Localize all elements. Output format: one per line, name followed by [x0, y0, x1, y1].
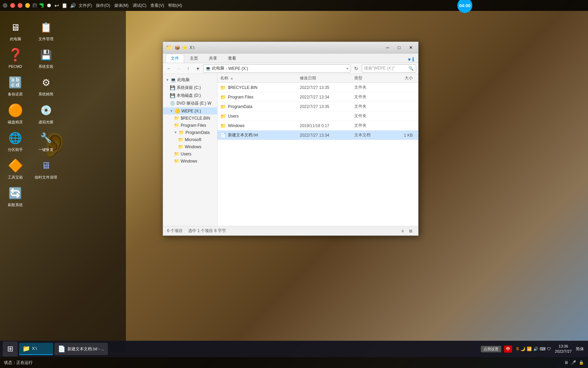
- top-menu-bar: 文件(F) 操作(O) 媒体(M) 调试(C) 查看(V) 帮助(H): [79, 3, 182, 9]
- icon-row-3: 🔡 备份还原 ⚙ 系统精简: [0, 72, 126, 99]
- close-button[interactable]: ✕: [406, 44, 415, 51]
- tab-file[interactable]: 文件: [166, 54, 184, 63]
- control-btn-red2[interactable]: [18, 3, 22, 8]
- icon-one-key[interactable]: 🔧 一键恢复: [31, 127, 61, 155]
- tray-lang[interactable]: 简体: [574, 346, 585, 353]
- status-icon-monitor[interactable]: 🖥: [564, 360, 568, 365]
- icon-temp-cleaner[interactable]: 🖥 临时文件清理: [31, 155, 61, 182]
- minimize-button[interactable]: ─: [383, 44, 392, 51]
- tree-windows-pd[interactable]: 📁 Windows: [163, 143, 217, 150]
- file-row-programdata[interactable]: 📁 ProgramData 2022/7/27 13:35 文件夹: [217, 102, 418, 111]
- start-button[interactable]: ⊞: [3, 341, 18, 356]
- control-btn-pause[interactable]: ⏸: [33, 3, 37, 7]
- taskbar-item-txt[interactable]: 📄 新建文本文档.txt - ...: [54, 343, 108, 355]
- tab-home[interactable]: 主页: [185, 54, 203, 63]
- tree-this-pc[interactable]: ▼ 💻 此电脑: [163, 76, 217, 84]
- ribbon-info-icon[interactable]: ℹ: [412, 56, 414, 63]
- refresh-button[interactable]: ↻: [352, 64, 360, 73]
- icon-virtual-drive[interactable]: 💿 虚拟光驱: [31, 99, 61, 127]
- file-row-users[interactable]: 📁 Users 文件夹: [217, 111, 418, 121]
- maximize-button[interactable]: □: [394, 44, 404, 51]
- icon-sys-install[interactable]: 💾 系统安装: [31, 44, 61, 72]
- tree-microsoft[interactable]: 📁 Microsoft: [163, 136, 217, 143]
- tree-sys-c[interactable]: 💾 系统保留 (C:): [163, 84, 217, 92]
- tree-icon-e: 💿: [170, 101, 175, 106]
- tray-icon-keyboard[interactable]: ⌨: [540, 347, 545, 351]
- file-row-program-files[interactable]: 📁 Program Files 2022/7/27 13:34 文件夹: [217, 92, 418, 102]
- tree-dvd-e[interactable]: 💿 DVD 驱动器 (E:) W: [163, 99, 217, 107]
- control-btn-play[interactable]: ▶: [39, 3, 44, 7]
- col-header-size[interactable]: 大小: [388, 75, 415, 81]
- tray-clock[interactable]: 13:36 2022/7/27: [555, 344, 572, 354]
- control-btn-red[interactable]: [10, 3, 15, 8]
- tray-icon-s[interactable]: S: [516, 347, 519, 351]
- status-icon-lock[interactable]: 🔒: [579, 360, 584, 365]
- menu-debug[interactable]: 调试(C): [133, 3, 147, 9]
- tree-windows[interactable]: 📁 Windows: [163, 157, 217, 165]
- file-date-txt: 2022/7/27 13:34: [300, 133, 354, 138]
- forward-button[interactable]: →: [175, 64, 183, 73]
- control-btn-yellow[interactable]: [25, 3, 30, 8]
- control-btn-extra2[interactable]: ↩: [54, 2, 59, 9]
- file-row-txt[interactable]: 📄 新建文本文档.txt 2022/7/27 13:34 文本文档 1 KB: [217, 131, 418, 140]
- icon-file-manager[interactable]: 📋 文件管理: [31, 16, 61, 44]
- taskbar-item-explorer[interactable]: 📁 X:\: [19, 343, 53, 355]
- tree-wepe-x[interactable]: ▼ 🟡 WEPE (X:): [163, 107, 217, 114]
- menu-action[interactable]: 操作(O): [96, 3, 110, 9]
- icon-this-pc[interactable]: 🖥 此电脑: [0, 16, 31, 44]
- tree-icon-pf: 📁: [174, 123, 179, 128]
- sys-tray: 点我设置 中 S 🌙 📶 🔊 ⌨ 🛡 13:36 2022/7/27 简体: [481, 344, 585, 354]
- tray-icon-speaker[interactable]: 🔊: [533, 347, 538, 351]
- icon-toolbox[interactable]: 🔶 工具宝箱: [0, 155, 31, 182]
- icon-disk[interactable]: 🟠 磁盘精灵: [0, 99, 31, 127]
- tray-icon-network[interactable]: 📶: [527, 347, 532, 351]
- menu-media[interactable]: 媒体(M): [114, 3, 129, 9]
- this-pc-icon: 🖥: [7, 19, 23, 35]
- col-header-type[interactable]: 类型: [354, 75, 388, 81]
- taskbar-txt-icon: 📄: [58, 345, 65, 353]
- icon-backup[interactable]: 🔡 备份还原: [0, 72, 31, 99]
- tab-share[interactable]: 共享: [204, 54, 222, 63]
- search-box[interactable]: 搜索"WEPE (X:)" 🔍: [362, 64, 416, 73]
- file-date-recycle: 2022/7/27 13:35: [300, 85, 354, 90]
- dropdown-btn[interactable]: ▾: [194, 64, 202, 73]
- search-icon[interactable]: 🔍: [409, 66, 414, 71]
- control-btn-1[interactable]: [3, 3, 7, 8]
- tree-users[interactable]: 📁 Users: [163, 150, 217, 157]
- file-name-pd: ProgramData: [228, 104, 300, 109]
- menu-file[interactable]: 文件(F): [79, 3, 92, 9]
- tray-icon-moon[interactable]: 🌙: [520, 347, 525, 351]
- control-btn-extra1[interactable]: ⏺: [46, 2, 52, 9]
- status-icon-mic[interactable]: 🎤: [571, 360, 576, 365]
- tray-ime[interactable]: 中: [504, 346, 512, 353]
- tree-local-d[interactable]: 💾 本地磁盘 (D:): [163, 92, 217, 99]
- file-row-recycle[interactable]: 📁 $RECYCLE.BIN 2022/7/27 13:35 文件夹: [217, 83, 418, 92]
- icon-refresh-sys[interactable]: 🔄 刷新系统: [0, 182, 31, 210]
- tree-programdata[interactable]: ▼ 📁 ProgramData: [163, 129, 217, 136]
- breadcrumb-wepe[interactable]: WEPE (X:): [228, 66, 248, 71]
- control-btn-extra4[interactable]: 🔊: [70, 3, 76, 8]
- ribbon-dropdown-icon[interactable]: ▾: [408, 56, 411, 63]
- menu-view[interactable]: 查看(V): [150, 3, 164, 9]
- icon-pecmd[interactable]: ❓ PECMD: [0, 44, 31, 72]
- tree-recycle[interactable]: 📁 $RECYCLE.BIN: [163, 114, 217, 122]
- breadcrumb-this-pc[interactable]: 此电脑: [212, 65, 224, 71]
- view-grid-btn[interactable]: ⊞: [407, 228, 414, 234]
- view-list-btn[interactable]: ≡: [399, 228, 406, 234]
- icon-partition[interactable]: 🌐 分区助手: [0, 127, 31, 155]
- icon-sys-info[interactable]: ⚙ 系统精简: [31, 72, 61, 99]
- back-button[interactable]: ←: [165, 64, 173, 73]
- tray-date: 2022/7/27: [555, 349, 572, 354]
- menu-help[interactable]: 帮助(H): [168, 3, 182, 9]
- tray-setup-btn[interactable]: 点我设置: [481, 346, 501, 352]
- breadcrumb-path[interactable]: 💻 此电脑 › WEPE (X:) ▾: [203, 64, 351, 73]
- control-btn-extra3[interactable]: 📋: [62, 3, 67, 8]
- tree-program-files[interactable]: 📁 Program Files: [163, 122, 217, 129]
- tab-view[interactable]: 查看: [223, 54, 241, 63]
- file-row-windows[interactable]: 📁 Windows 2019/11/18 0:17 文件夹: [217, 121, 418, 131]
- tray-icon-shield[interactable]: 🛡: [547, 347, 551, 351]
- col-header-date[interactable]: 修改日期: [300, 75, 354, 81]
- col-header-name[interactable]: 名称 ▲: [220, 75, 300, 81]
- file-type-recycle: 文件夹: [354, 85, 388, 90]
- up-button[interactable]: ↑: [184, 64, 192, 73]
